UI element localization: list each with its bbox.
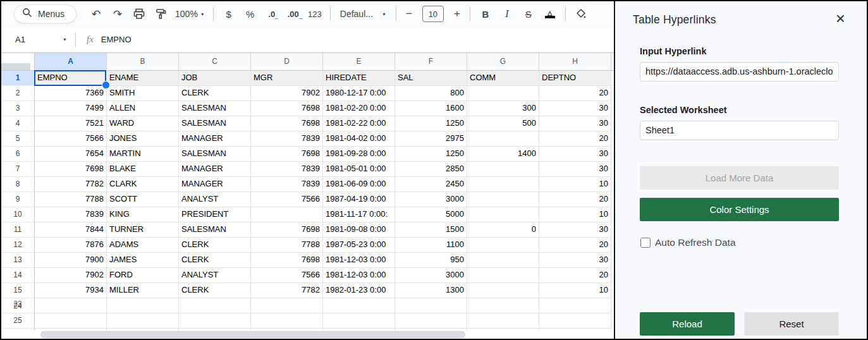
- cell[interactable]: 10: [539, 283, 611, 298]
- cell[interactable]: 7654: [35, 147, 107, 162]
- cell[interactable]: 1981-09-28 0:00: [323, 147, 395, 162]
- cell[interactable]: 20: [539, 268, 611, 283]
- cell[interactable]: [539, 313, 611, 329]
- cell[interactable]: [179, 298, 251, 313]
- cell[interactable]: [467, 162, 539, 177]
- cell[interactable]: 30: [539, 147, 611, 162]
- cell[interactable]: [395, 298, 467, 313]
- select-all-corner[interactable]: [1, 53, 35, 70]
- zoom-dropdown[interactable]: 100% ▼: [171, 9, 209, 19]
- column-header-B[interactable]: B: [107, 53, 179, 70]
- cell[interactable]: ANALYST: [179, 268, 251, 283]
- cell[interactable]: SALESMAN: [179, 116, 251, 131]
- cell[interactable]: 800: [395, 86, 467, 101]
- cell[interactable]: [323, 313, 395, 329]
- cell[interactable]: MANAGER: [179, 131, 251, 147]
- text-color-button[interactable]: A: [539, 4, 561, 23]
- horizontal-scrollbar-thumb[interactable]: [40, 331, 465, 338]
- cell[interactable]: [467, 177, 539, 192]
- cell[interactable]: 7902: [251, 86, 323, 101]
- cell[interactable]: 7839: [251, 131, 323, 147]
- cell[interactable]: 7698: [251, 116, 323, 131]
- cell[interactable]: [467, 298, 539, 313]
- cell[interactable]: 20: [539, 131, 611, 147]
- menus-search[interactable]: Menus: [14, 4, 76, 23]
- cell[interactable]: 7902: [35, 268, 107, 283]
- cell[interactable]: 2450: [395, 177, 467, 192]
- cell[interactable]: 10: [539, 177, 611, 192]
- cell[interactable]: CLERK: [179, 86, 251, 101]
- cell[interactable]: 2850: [395, 162, 467, 177]
- cell[interactable]: CLERK: [179, 283, 251, 298]
- name-box[interactable]: A1 ▼: [10, 35, 71, 44]
- percent-format-button[interactable]: %: [240, 4, 261, 23]
- cell[interactable]: 5000: [395, 207, 467, 222]
- cell[interactable]: MGR: [251, 71, 323, 86]
- cell[interactable]: JOB: [179, 71, 251, 86]
- cell[interactable]: SAL: [395, 71, 467, 86]
- cell[interactable]: 30: [539, 222, 611, 238]
- cell[interactable]: 7788: [35, 192, 107, 207]
- bold-button[interactable]: B: [475, 4, 496, 23]
- cell[interactable]: 1987-05-23 0:00: [323, 238, 395, 253]
- cell[interactable]: 20: [539, 238, 611, 253]
- cell[interactable]: 1400: [467, 147, 539, 162]
- row-header[interactable]: 8: [1, 177, 35, 192]
- reload-button[interactable]: Reload: [640, 312, 735, 336]
- column-header-D[interactable]: D: [251, 53, 323, 70]
- cell[interactable]: 500: [467, 116, 539, 131]
- cell[interactable]: 1987-04-19 0:00: [323, 192, 395, 207]
- cell[interactable]: [107, 313, 179, 329]
- cell[interactable]: 3000: [395, 268, 467, 283]
- cell[interactable]: 300: [467, 101, 539, 116]
- cell[interactable]: 1981-11-17 0:00:: [323, 207, 395, 222]
- cell[interactable]: 1980-12-17 0:00: [323, 86, 395, 101]
- cell[interactable]: SMITH: [107, 86, 179, 101]
- row-header[interactable]: 11: [1, 222, 35, 238]
- cell[interactable]: 1981-12-03 0:00: [323, 268, 395, 283]
- cell[interactable]: 10: [539, 207, 611, 222]
- column-header-A[interactable]: A: [35, 53, 107, 70]
- cell[interactable]: ADAMS: [107, 238, 179, 253]
- cell[interactable]: 1981-04-02 0:00: [323, 131, 395, 147]
- number-format-button[interactable]: 123: [304, 4, 326, 23]
- cell[interactable]: KING: [107, 207, 179, 222]
- cell[interactable]: 0: [467, 222, 539, 238]
- row-header[interactable]: 3: [1, 101, 35, 116]
- load-more-data-button[interactable]: Load More Data: [640, 166, 839, 190]
- cell[interactable]: 1981-12-03 0:00: [323, 253, 395, 268]
- decrease-font-size-button[interactable]: −: [401, 4, 417, 23]
- formula-input[interactable]: EMPNO: [101, 35, 131, 44]
- cell[interactable]: [467, 238, 539, 253]
- cell[interactable]: 7782: [251, 283, 323, 298]
- cell[interactable]: EMPNO: [35, 71, 107, 86]
- cell[interactable]: DEPTNO: [539, 71, 611, 86]
- column-header-G[interactable]: G: [467, 53, 539, 70]
- cell[interactable]: [539, 298, 611, 313]
- cell[interactable]: 7782: [35, 177, 107, 192]
- cell[interactable]: 7934: [35, 283, 107, 298]
- cell[interactable]: 7499: [35, 101, 107, 116]
- cell[interactable]: [467, 268, 539, 283]
- hyperlink-input[interactable]: https://dataaccess.adb.us-ashburn-1.orac…: [640, 62, 839, 82]
- cell[interactable]: 7521: [35, 116, 107, 131]
- close-icon[interactable]: ×: [836, 10, 845, 27]
- undo-button[interactable]: ↶: [85, 4, 107, 23]
- cell[interactable]: COMM: [467, 71, 539, 86]
- cell[interactable]: 20: [539, 192, 611, 207]
- cell[interactable]: 7566: [251, 268, 323, 283]
- cell[interactable]: 1250: [395, 116, 467, 131]
- cell[interactable]: ALLEN: [107, 101, 179, 116]
- cell[interactable]: 7839: [251, 177, 323, 192]
- cell[interactable]: 1981-09-08 0:00: [323, 222, 395, 238]
- cell[interactable]: 950: [395, 253, 467, 268]
- row-header[interactable]: 2324: [1, 298, 35, 313]
- cell[interactable]: 30: [539, 162, 611, 177]
- row-header[interactable]: 4: [1, 116, 35, 131]
- cell[interactable]: 30: [539, 253, 611, 268]
- row-header[interactable]: 5: [1, 131, 35, 147]
- cell[interactable]: 1250: [395, 147, 467, 162]
- row-header[interactable]: 12: [1, 238, 35, 253]
- row-header[interactable]: 6: [1, 147, 35, 162]
- cell[interactable]: HIREDATE: [323, 71, 395, 86]
